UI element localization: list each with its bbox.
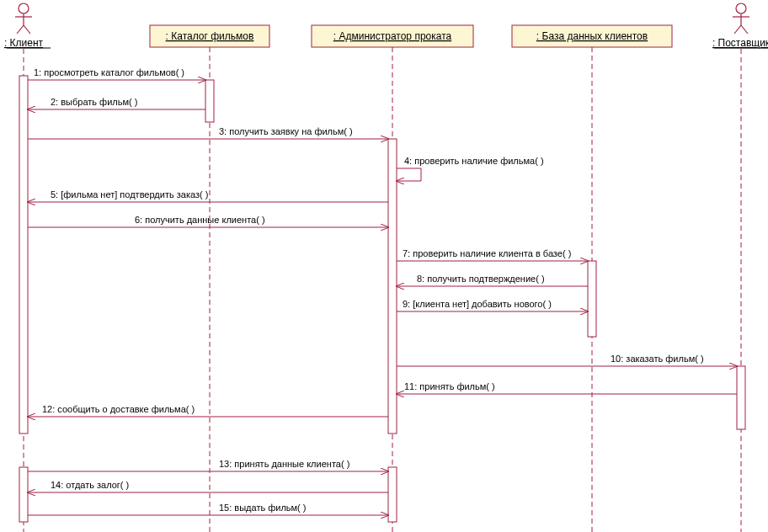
message-6-label: 6: получить данные клиента( )	[135, 215, 265, 225]
participant-admin: : Администратор проката	[312, 25, 473, 47]
participant-catalog-label: : Каталог фильмов	[166, 30, 254, 42]
message-4-arrow	[397, 168, 421, 181]
message-14-label: 14: отдать залог( )	[51, 480, 129, 490]
participant-db: : База данных клиентов	[512, 25, 672, 47]
participant-client-label: : Клиент	[4, 37, 44, 49]
participant-admin-label: : Администратор проката	[333, 30, 452, 42]
activation-admin	[388, 139, 397, 434]
message-11-label: 11: принять фильм( )	[404, 381, 495, 391]
message-12-label: 12: сообщить о доставке фильма( )	[42, 404, 195, 414]
message-10-label: 10: заказать фильм( )	[611, 354, 704, 364]
message-8-label: 8: получить подтверждение( )	[417, 274, 545, 284]
message-7-label: 7: проверить наличие клиента в базе( )	[403, 248, 571, 258]
message-3-label: 3: получить заявку на фильм( )	[219, 126, 353, 136]
message-5-label: 5: [фильма нет] подтвердить заказ( )	[51, 189, 208, 200]
participant-supplier-label: : Поставщик	[712, 37, 768, 49]
svg-point-9	[736, 3, 746, 13]
activation-catalog	[205, 80, 214, 122]
message-15-label: 15: выдать фильм( )	[219, 503, 307, 513]
sequence-diagram: : Клиент : Каталог фильмов : Администрат…	[0, 0, 768, 532]
svg-line-13	[741, 25, 748, 34]
svg-point-0	[19, 3, 29, 13]
message-4-label: 4: проверить наличие фильма( )	[404, 156, 544, 166]
message-13-label: 13: принять данные клиента( )	[219, 459, 349, 469]
svg-line-12	[734, 25, 741, 34]
activation-admin-2	[388, 467, 397, 522]
participant-db-label: : База данных клиентов	[536, 30, 648, 42]
svg-line-3	[17, 25, 24, 34]
message-1-label: 1: просмотреть каталог фильмов( )	[34, 67, 184, 77]
actor-client: : Клиент	[4, 3, 51, 49]
activation-supplier	[737, 366, 745, 429]
participant-catalog: : Каталог фильмов	[150, 25, 269, 47]
activation-client	[19, 76, 28, 434]
message-9-label: 9: [клиента нет] добавить нового( )	[403, 299, 552, 309]
actor-supplier: : Поставщик	[712, 3, 768, 49]
svg-line-4	[24, 25, 30, 34]
message-2-label: 2: выбрать фильм( )	[51, 97, 137, 107]
activation-client-2	[19, 467, 28, 522]
activation-db	[588, 261, 596, 337]
